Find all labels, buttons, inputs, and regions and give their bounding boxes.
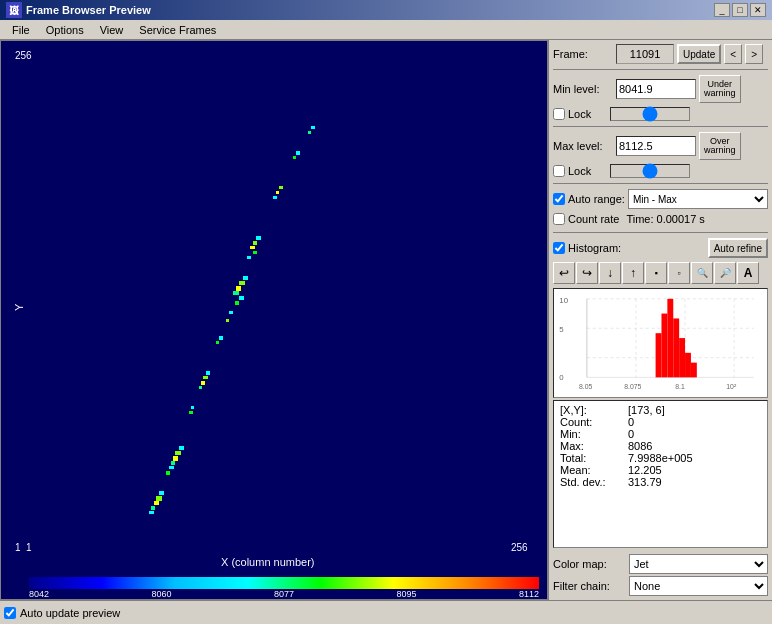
max-lock-row: Lock xyxy=(553,164,768,178)
colorbar-label-3: 8095 xyxy=(396,589,416,599)
auto-range-label: Auto range: xyxy=(568,193,625,205)
main-content: 256 1 1 256 Y X (column number) 8042 806… xyxy=(0,40,772,600)
minimize-button[interactable]: _ xyxy=(714,3,730,17)
svg-rect-16 xyxy=(233,291,239,295)
min-level-slider[interactable] xyxy=(610,107,690,121)
count-rate-checkbox[interactable] xyxy=(553,213,565,225)
menu-service-frames[interactable]: Service Frames xyxy=(131,23,224,37)
tool-btn-2[interactable]: ↓ xyxy=(599,262,621,284)
svg-rect-0 xyxy=(1,41,548,571)
tool-btn-3[interactable]: ↑ xyxy=(622,262,644,284)
svg-rect-6 xyxy=(276,191,279,194)
count-rate-row: Count rate Time: 0.00017 s xyxy=(553,213,768,225)
histogram-svg: 10 5 0 8.05 8.075 8.1 10² xyxy=(554,289,767,397)
max-label: Max: xyxy=(560,440,620,452)
svg-text:10²: 10² xyxy=(726,383,737,390)
close-button[interactable]: ✕ xyxy=(750,3,766,17)
filterchain-select[interactable]: NoneLow passHigh pass xyxy=(629,576,768,596)
svg-rect-39 xyxy=(149,511,154,514)
histogram-area: 10 5 0 8.05 8.075 8.1 10² xyxy=(553,288,768,398)
window-icon: 🖼 xyxy=(6,2,22,18)
svg-rect-20 xyxy=(226,319,229,322)
svg-rect-56 xyxy=(661,314,667,378)
min-lock-row: Lock xyxy=(553,107,768,121)
svg-text:256: 256 xyxy=(511,542,528,553)
histogram-header-row: Histogram: Auto refine xyxy=(553,238,768,258)
svg-rect-37 xyxy=(154,501,159,505)
count-rate-label: Count rate xyxy=(568,213,619,225)
auto-refine-button[interactable]: Auto refine xyxy=(708,238,768,258)
svg-rect-36 xyxy=(156,496,162,501)
svg-text:1: 1 xyxy=(15,542,21,553)
prev-frame-button[interactable]: < xyxy=(724,44,742,64)
min-lock-checkbox[interactable] xyxy=(553,108,565,120)
auto-range-select[interactable]: Min - Max Min - Max+10% Full Range xyxy=(628,189,768,209)
svg-text:0: 0 xyxy=(559,373,564,382)
min-lock-label: Lock xyxy=(568,108,591,120)
menu-options[interactable]: Options xyxy=(38,23,92,37)
svg-rect-32 xyxy=(171,461,175,465)
svg-rect-1 xyxy=(311,126,315,129)
menu-bar: File Options View Service Frames xyxy=(0,20,772,40)
svg-rect-15 xyxy=(236,286,241,291)
image-area: 256 1 1 256 Y X (column number) 8042 806… xyxy=(0,40,548,600)
tool-btn-8[interactable]: A xyxy=(737,262,759,284)
divider-2 xyxy=(553,126,768,127)
count-value: 0 xyxy=(628,416,634,428)
tool-btn-4[interactable]: ▪ xyxy=(645,262,667,284)
svg-rect-31 xyxy=(173,456,178,461)
scatter-plot: 256 1 1 256 Y X (column number) xyxy=(1,41,548,571)
svg-rect-29 xyxy=(179,446,184,450)
max-lock-checkbox[interactable] xyxy=(553,165,565,177)
over-warning-button[interactable]: Overwarning xyxy=(699,132,741,160)
colormap-row: Color map: JetHotGrayCool xyxy=(553,554,768,574)
bottom-panel: Color map: JetHotGrayCool Filter chain: … xyxy=(553,554,768,596)
std-label: Std. dev.: xyxy=(560,476,620,488)
svg-rect-30 xyxy=(175,451,181,455)
maximize-button[interactable]: □ xyxy=(732,3,748,17)
svg-rect-57 xyxy=(667,299,673,378)
menu-file[interactable]: File xyxy=(4,23,38,37)
svg-rect-13 xyxy=(243,276,248,280)
min-level-row: Min level: Underwarning xyxy=(553,75,768,103)
tool-btn-0[interactable]: ↩ xyxy=(553,262,575,284)
total-label: Total: xyxy=(560,452,620,464)
max-level-input[interactable] xyxy=(616,136,696,156)
update-button[interactable]: Update xyxy=(677,44,721,64)
tool-btn-6[interactable]: 🔍 xyxy=(691,262,713,284)
svg-text:Y: Y xyxy=(13,303,25,311)
svg-rect-9 xyxy=(253,241,257,245)
divider-4 xyxy=(553,232,768,233)
tool-btn-1[interactable]: ↪ xyxy=(576,262,598,284)
svg-rect-55 xyxy=(656,333,662,377)
svg-rect-58 xyxy=(673,318,679,377)
right-panel: Frame: Update < > Min level: Underwarnin… xyxy=(548,40,772,600)
svg-text:X (column number): X (column number) xyxy=(221,556,315,568)
svg-rect-60 xyxy=(685,353,691,378)
status-bar: Auto update preview xyxy=(0,600,772,624)
colorbar xyxy=(29,577,539,589)
tool-btn-5[interactable]: ▫ xyxy=(668,262,690,284)
svg-rect-3 xyxy=(296,151,300,155)
histogram-checkbox[interactable] xyxy=(553,242,565,254)
max-value: 8086 xyxy=(628,440,652,452)
frame-input[interactable] xyxy=(616,44,674,64)
min-value: 0 xyxy=(628,428,634,440)
svg-rect-22 xyxy=(216,341,219,344)
svg-rect-28 xyxy=(189,411,193,414)
next-frame-button[interactable]: > xyxy=(745,44,763,64)
max-level-slider[interactable] xyxy=(610,164,690,178)
svg-rect-8 xyxy=(256,236,261,240)
tool-btn-7[interactable]: 🔎 xyxy=(714,262,736,284)
colorbar-label-4: 8112 xyxy=(519,589,539,599)
svg-rect-24 xyxy=(203,376,208,379)
svg-rect-21 xyxy=(219,336,223,340)
menu-view[interactable]: View xyxy=(92,23,132,37)
auto-update-checkbox[interactable] xyxy=(4,607,16,619)
min-level-input[interactable] xyxy=(616,79,696,99)
auto-range-checkbox[interactable] xyxy=(553,193,565,205)
under-warning-button[interactable]: Underwarning xyxy=(699,75,741,103)
colormap-select[interactable]: JetHotGrayCool xyxy=(629,554,768,574)
svg-rect-27 xyxy=(191,406,194,409)
svg-rect-38 xyxy=(151,506,155,510)
